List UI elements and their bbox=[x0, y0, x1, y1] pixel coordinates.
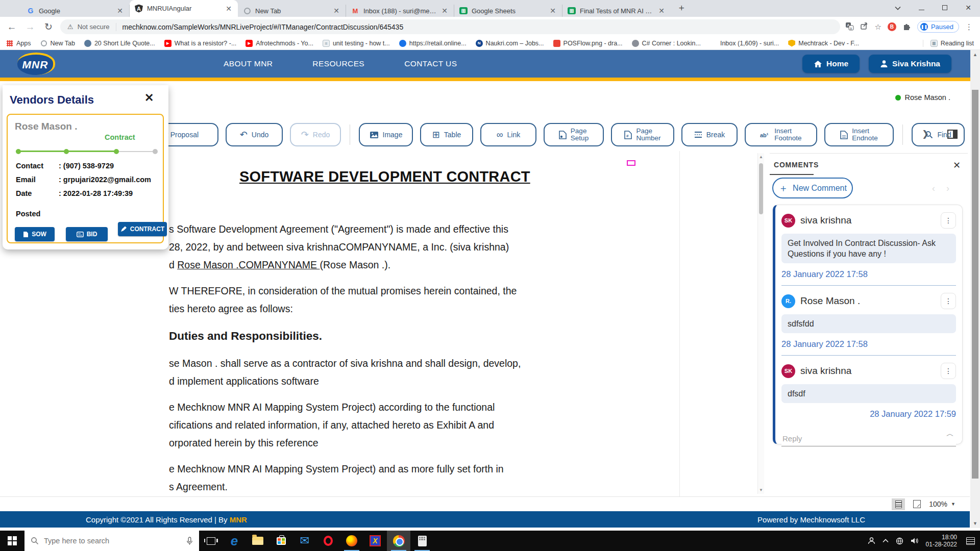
redo-button[interactable]: ↷Redo bbox=[290, 123, 341, 146]
opera-icon[interactable] bbox=[316, 531, 340, 551]
comment-menu-kebab-icon[interactable]: ⋮ bbox=[941, 293, 956, 309]
link-button[interactable]: ∞Link bbox=[480, 123, 536, 146]
chrome-icon[interactable] bbox=[387, 531, 410, 551]
tab-close-icon[interactable]: ✕ bbox=[116, 7, 124, 15]
collapse-chevron-icon[interactable]: ︿ bbox=[946, 429, 954, 439]
share-icon[interactable] bbox=[860, 22, 868, 32]
volume-icon[interactable] bbox=[911, 537, 919, 544]
tab-google-sheets[interactable]: ⊞ Google Sheets ✕ bbox=[454, 5, 562, 17]
bookmark-naukri[interactable]: NNaukri.com – Jobs... bbox=[476, 40, 544, 47]
bookmark-apps[interactable]: Apps bbox=[6, 40, 31, 47]
document-body[interactable]: s Software Development Agreement ("Agree… bbox=[169, 220, 628, 504]
translate-icon[interactable]: Aa bbox=[845, 22, 854, 32]
action-center-icon[interactable] bbox=[966, 537, 975, 545]
footer-brand-link[interactable]: MNR bbox=[230, 515, 247, 524]
bookmark-unit-testing[interactable]: ≡unit testing - how t... bbox=[323, 40, 390, 47]
people-icon[interactable] bbox=[868, 537, 875, 544]
refresh-icon[interactable]: ↻ bbox=[42, 21, 55, 33]
extensions-puzzle-icon[interactable] bbox=[902, 22, 911, 32]
table-button[interactable]: ⊞Table bbox=[420, 123, 473, 146]
popup-close-icon[interactable]: ✕ bbox=[144, 91, 154, 105]
adblock-extension-icon[interactable]: B bbox=[888, 22, 896, 31]
new-comment-button[interactable]: ＋ New Comment bbox=[772, 178, 853, 198]
tab-newtab[interactable]: New Tab ✕ bbox=[238, 5, 346, 17]
comment-menu-kebab-icon[interactable]: ⋮ bbox=[941, 363, 956, 379]
tab-close-icon[interactable]: ✕ bbox=[332, 7, 340, 15]
edge-icon[interactable]: e bbox=[223, 531, 246, 551]
microphone-icon[interactable] bbox=[186, 537, 193, 545]
print-layout-icon[interactable] bbox=[892, 498, 905, 510]
nav-resources[interactable]: RESOURCES bbox=[312, 59, 364, 68]
url-omnibox[interactable]: ⚠ Not secure mechknow.com/SampleWorks/MN… bbox=[60, 19, 840, 34]
bookmark-posflow[interactable]: POSFlow.png - dra... bbox=[553, 40, 623, 47]
image-button[interactable]: Image bbox=[359, 123, 413, 146]
nav-contact-us[interactable]: CONTACT US bbox=[404, 59, 457, 68]
firefox-icon[interactable] bbox=[340, 531, 363, 551]
back-icon[interactable]: ← bbox=[5, 21, 18, 33]
page-setup-button[interactable]: PageSetup bbox=[544, 123, 604, 146]
scroll-up-icon[interactable]: ▲ bbox=[973, 52, 977, 57]
zoom-control[interactable]: 100% ▼ bbox=[929, 500, 955, 508]
bid-button[interactable]: BID bbox=[66, 227, 108, 241]
editor-scroll-thumb[interactable] bbox=[759, 163, 763, 214]
taskbar-search-box[interactable] bbox=[24, 531, 199, 551]
comments-close-icon[interactable]: ✕ bbox=[953, 160, 961, 171]
new-tab-button[interactable]: ＋ bbox=[677, 2, 686, 14]
contract-button[interactable]: CONTRACT bbox=[118, 222, 167, 236]
scroll-down-icon[interactable]: ▼ bbox=[973, 521, 977, 526]
extension-paused-badge[interactable]: ❚❚ Paused bbox=[917, 21, 959, 33]
task-view-button[interactable] bbox=[199, 531, 223, 551]
bookmark-csharp-corner[interactable]: C# Corner : Lookin... bbox=[632, 40, 701, 47]
bookmark-resistor-video[interactable]: ▶What is a resistor? -... bbox=[164, 40, 237, 47]
taskbar-clock[interactable]: 18:00 01-28-2022 bbox=[926, 534, 957, 548]
browser-scrollbar[interactable]: ▲ ▼ bbox=[970, 50, 980, 528]
bookmark-afrotechmods[interactable]: ▶Afrotechmods - Yo... bbox=[246, 40, 313, 47]
comment-nav-arrows[interactable]: ‹› bbox=[932, 183, 961, 194]
sow-button[interactable]: SOW bbox=[15, 227, 55, 241]
scroll-down-icon[interactable]: ▼ bbox=[759, 488, 763, 492]
tab-mnruiangular[interactable]: A MNRUIAngular ✕ bbox=[130, 0, 238, 17]
bookmark-retail-online[interactable]: https://retail.online... bbox=[399, 40, 467, 47]
comment-anchor-marker[interactable] bbox=[627, 160, 635, 166]
forward-icon[interactable]: → bbox=[23, 21, 37, 33]
start-button[interactable] bbox=[0, 531, 24, 551]
microsoft-store-icon[interactable] bbox=[270, 531, 293, 551]
search-input[interactable] bbox=[44, 537, 166, 545]
window-close-button[interactable]: ✕ bbox=[957, 4, 980, 12]
page-number-button[interactable]: # PageNumber bbox=[611, 123, 674, 146]
browser-menu-kebab-icon[interactable]: ⋮ bbox=[965, 22, 973, 32]
tab-close-icon[interactable]: ✕ bbox=[440, 7, 449, 15]
editor-scrollbar[interactable]: ▲ ▼ bbox=[757, 153, 764, 494]
bookmark-quotes[interactable]: 20 Short Life Quote... bbox=[84, 40, 155, 47]
undo-button[interactable]: ↶Undo bbox=[226, 123, 283, 146]
home-button[interactable]: Home bbox=[802, 55, 860, 73]
toolbar-overflow-chevron-icon[interactable]: ❯ bbox=[922, 129, 929, 139]
tab-final-tests-sheet[interactable]: ⊞ Final Tests of MNR AI Mapping S ✕ bbox=[562, 5, 671, 17]
tab-google[interactable]: G Google ✕ bbox=[21, 5, 130, 17]
reading-list-button[interactable]: ≣Reading list bbox=[923, 40, 974, 47]
bookmark-inbox[interactable]: MInbox (1,609) - suri... bbox=[710, 40, 779, 47]
comment-menu-kebab-icon[interactable]: ⋮ bbox=[941, 212, 956, 229]
tab-close-icon[interactable]: ✕ bbox=[657, 7, 666, 15]
insert-endnote-button[interactable]: InsertEndnote bbox=[824, 123, 894, 146]
file-explorer-icon[interactable] bbox=[246, 531, 270, 551]
properties-pane-toggle-icon[interactable] bbox=[947, 130, 958, 139]
reply-input[interactable] bbox=[781, 431, 956, 446]
photo-app-icon[interactable]: X bbox=[363, 531, 387, 551]
break-button[interactable]: Break bbox=[681, 123, 738, 146]
tab-close-icon[interactable]: ✕ bbox=[549, 7, 557, 15]
calculator-icon[interactable] bbox=[410, 531, 434, 551]
bookmark-star-icon[interactable]: ☆ bbox=[874, 22, 881, 32]
network-icon[interactable] bbox=[896, 537, 903, 545]
web-layout-icon[interactable] bbox=[913, 500, 921, 508]
window-menu-chevron-icon[interactable] bbox=[886, 4, 910, 12]
user-button[interactable]: Siva Krishna bbox=[869, 55, 951, 73]
scroll-up-icon[interactable]: ▲ bbox=[759, 155, 763, 159]
browser-scroll-thumb[interactable] bbox=[972, 90, 978, 479]
window-minimize-button[interactable] bbox=[910, 4, 933, 12]
tab-gmail-inbox[interactable]: M Inbox (188) - suri@mechknowsof ✕ bbox=[346, 5, 454, 17]
bookmark-new-tab[interactable]: New Tab bbox=[40, 40, 75, 47]
mail-icon[interactable]: ✉ bbox=[293, 531, 316, 551]
mnr-logo[interactable]: MNR bbox=[17, 53, 55, 75]
tab-close-icon[interactable]: ✕ bbox=[225, 5, 233, 13]
